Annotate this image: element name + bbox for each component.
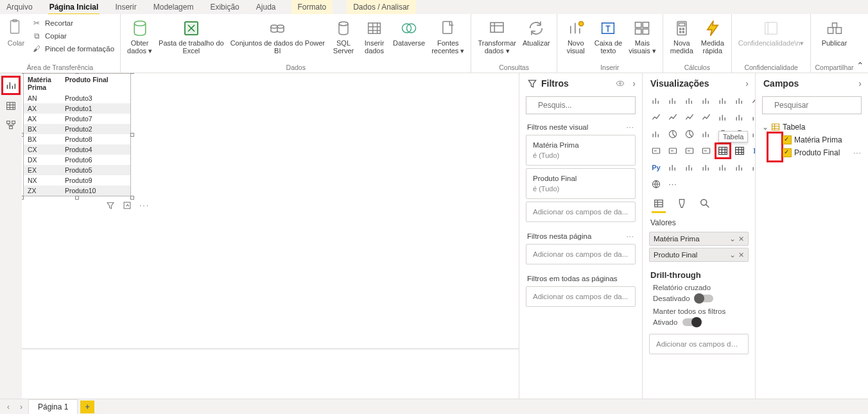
filters-visual-more[interactable]: ··· bbox=[626, 123, 634, 131]
viz-waterfall[interactable] bbox=[733, 110, 747, 125]
field-produto[interactable]: Produto Final ··· bbox=[783, 146, 862, 159]
visual-focus-icon[interactable] bbox=[123, 201, 132, 210]
menu-arquivo[interactable]: Arquivo bbox=[5, 1, 34, 14]
filters-collapse-icon[interactable]: › bbox=[632, 78, 636, 89]
more-visuals-button[interactable]: Mais visuais ▾ bbox=[626, 16, 659, 62]
viz-py[interactable]: Py bbox=[649, 160, 663, 175]
report-canvas[interactable]: Matéria Prima Produto Final ANProduto3AX… bbox=[22, 73, 519, 399]
viz-slicer[interactable] bbox=[699, 144, 713, 158]
viz-column-clustered[interactable] bbox=[699, 94, 713, 108]
menu-p-gina-inicial[interactable]: Página Inicial bbox=[48, 1, 100, 14]
filter-card-materia[interactable]: Matéria Primaé (Tudo) bbox=[526, 135, 636, 166]
visual-more-icon[interactable]: ··· bbox=[139, 201, 150, 210]
menu-formato[interactable]: Formato bbox=[291, 0, 333, 14]
page-next[interactable]: › bbox=[15, 402, 27, 411]
viz-collapse-icon[interactable]: › bbox=[745, 78, 749, 89]
filter-card-produto[interactable]: Produto Finalé (Tudo) bbox=[526, 168, 636, 199]
viz-r[interactable]: R bbox=[749, 144, 755, 158]
col-header-materia[interactable]: Matéria Prima bbox=[24, 74, 61, 93]
field-produto-checkbox[interactable] bbox=[783, 148, 792, 157]
cut-button[interactable]: ✂Recortar bbox=[30, 17, 116, 29]
excel-button[interactable]: Pasta de trabalho do Excel bbox=[156, 16, 227, 62]
table-row[interactable]: CXProduto4 bbox=[24, 144, 130, 155]
viz-line-column[interactable] bbox=[682, 110, 697, 125]
viz-decomp[interactable] bbox=[682, 160, 697, 175]
table-visual[interactable]: Matéria Prima Produto Final ANProduto3AX… bbox=[23, 73, 131, 196]
filter-add-visual[interactable]: Adicionar os campos de da... bbox=[526, 202, 636, 222]
publish-button[interactable]: Publicar bbox=[819, 16, 850, 62]
visual-filter-icon[interactable] bbox=[106, 201, 115, 210]
pill-materia[interactable]: Matéria Prima⌄✕ bbox=[649, 232, 749, 246]
report-view-button[interactable] bbox=[1, 76, 21, 95]
filters-page-more[interactable]: ··· bbox=[626, 232, 634, 240]
viz-ribbon[interactable] bbox=[716, 110, 730, 125]
collapse-ribbon-button[interactable]: ⌃ bbox=[856, 60, 864, 71]
cross-report-toggle[interactable]: Desativado bbox=[653, 295, 745, 302]
viz-matrix[interactable] bbox=[733, 144, 747, 158]
viz-analytics-tab[interactable] bbox=[698, 196, 712, 211]
viz-column-stacked[interactable] bbox=[682, 94, 697, 108]
viz-line[interactable] bbox=[749, 94, 755, 108]
viz-narrative[interactable] bbox=[716, 160, 730, 175]
data-view-button[interactable] bbox=[3, 98, 19, 114]
viz-pie[interactable] bbox=[666, 127, 680, 141]
refresh-button[interactable]: Atualizar bbox=[520, 16, 553, 62]
fields-search-input[interactable] bbox=[773, 100, 868, 110]
viz-bar-100[interactable] bbox=[733, 94, 747, 108]
new-visual-button[interactable]: Novo visual bbox=[561, 16, 591, 62]
add-page-button[interactable]: + bbox=[80, 401, 94, 413]
menu-dados-analisar[interactable]: Dados / Analisar bbox=[347, 0, 415, 14]
viz-kpi[interactable] bbox=[682, 144, 697, 158]
viz-fields-tab[interactable] bbox=[652, 196, 666, 211]
viz-scatter[interactable] bbox=[649, 127, 663, 141]
pill-produto[interactable]: Produto Final⌄✕ bbox=[649, 248, 749, 262]
fields-search[interactable] bbox=[762, 96, 862, 114]
recent-sources-button[interactable]: Fontes recentes ▾ bbox=[429, 16, 467, 62]
viz-area[interactable] bbox=[649, 110, 663, 125]
viz-bar-clustered[interactable] bbox=[666, 94, 680, 108]
viz-multi-card[interactable] bbox=[666, 144, 680, 158]
viz-card[interactable] bbox=[649, 144, 663, 158]
model-view-button[interactable] bbox=[3, 117, 19, 134]
filters-search-input[interactable] bbox=[537, 100, 636, 110]
viz-bar-stacked[interactable] bbox=[649, 94, 663, 108]
viz-column-100[interactable] bbox=[716, 94, 730, 108]
pill-materia-remove[interactable]: ✕ bbox=[738, 235, 744, 243]
viz-area-stacked[interactable] bbox=[666, 110, 680, 125]
filters-eye-icon[interactable] bbox=[616, 79, 625, 88]
viz-line-column2[interactable] bbox=[699, 110, 713, 125]
copy-button[interactable]: ⧉Copiar bbox=[30, 30, 116, 42]
table-row[interactable]: AXProduto1 bbox=[24, 103, 130, 114]
new-measure-button[interactable]: Nova medida bbox=[667, 16, 697, 62]
field-produto-more[interactable]: ··· bbox=[853, 148, 862, 157]
filter-add-all[interactable]: Adicionar os campos de da... bbox=[526, 286, 636, 307]
table-row[interactable]: ZXProduto10 bbox=[24, 185, 130, 196]
get-data-button[interactable]: Obter dados ▾ bbox=[125, 16, 155, 62]
menu-ajuda[interactable]: Ajuda bbox=[255, 1, 277, 14]
dataverse-button[interactable]: Dataverse bbox=[390, 16, 428, 62]
viz-treemap[interactable] bbox=[699, 127, 713, 141]
filters-search[interactable] bbox=[526, 96, 636, 114]
paste-button[interactable]: Colar bbox=[4, 16, 28, 62]
viz-more[interactable]: ··· bbox=[666, 177, 680, 191]
table-row[interactable]: ANProduto3 bbox=[24, 93, 130, 103]
drill-add-fields[interactable]: Adicionar os campos de dr... bbox=[649, 334, 749, 354]
table-row[interactable]: EXProduto5 bbox=[24, 165, 130, 175]
format-painter-button[interactable]: 🖌Pincel de formatação bbox=[30, 43, 116, 55]
page-prev[interactable]: ‹ bbox=[3, 402, 14, 411]
viz-format-tab[interactable] bbox=[675, 196, 689, 211]
viz-arcgis[interactable] bbox=[649, 177, 663, 191]
menu-exibi-o[interactable]: Exibição bbox=[209, 1, 240, 14]
field-materia-checkbox[interactable] bbox=[783, 135, 792, 144]
menu-modelagem[interactable]: Modelagem bbox=[152, 1, 195, 14]
keep-filters-toggle[interactable]: Ativado bbox=[653, 318, 745, 326]
table-row[interactable]: NXProduto9 bbox=[24, 175, 130, 185]
pbi-datasets-button[interactable]: Conjuntos de dados do Power BI bbox=[228, 16, 327, 62]
table-row[interactable]: BXProduto8 bbox=[24, 134, 130, 144]
viz-paginated[interactable] bbox=[733, 160, 747, 175]
col-header-produto[interactable]: Produto Final bbox=[61, 74, 130, 93]
fields-collapse-icon[interactable]: › bbox=[858, 78, 862, 89]
enter-data-button[interactable]: Inserir dados bbox=[360, 16, 389, 62]
viz-qna[interactable] bbox=[699, 160, 713, 175]
menu-inserir[interactable]: Inserir bbox=[114, 1, 137, 14]
